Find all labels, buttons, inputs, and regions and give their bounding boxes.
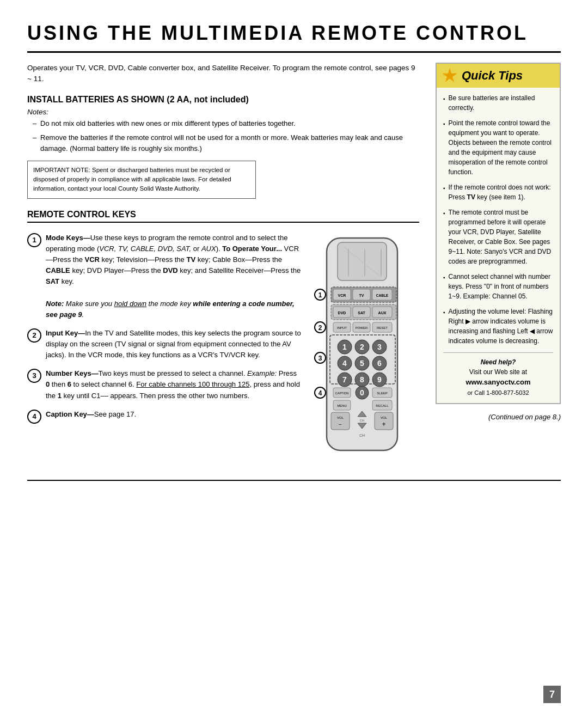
tip-bullet: ▪ (443, 184, 445, 192)
key-item-3: 3 Number Keys—Two keys must be pressed t… (27, 368, 302, 401)
svg-text:0: 0 (360, 388, 364, 397)
svg-text:SLEEP: SLEEP (377, 392, 387, 395)
tip-item-1: ▪ Be sure batteries are installed correc… (443, 93, 553, 113)
tip-bullet: ▪ (443, 308, 445, 316)
key-number-1: 1 (27, 233, 41, 247)
phone-number: or Call 1-800-877-5032 (467, 389, 529, 396)
svg-text:AUX: AUX (378, 311, 387, 315)
quick-tips-body: ▪ Be sure batteries are installed correc… (437, 88, 560, 403)
note-item: Remove the batteries if the remote contr… (33, 132, 419, 154)
key-number-2: 2 (27, 328, 41, 343)
svg-text:+: + (382, 420, 385, 428)
tip-item-3: ▪ If the remote control does not work: P… (443, 182, 553, 202)
notes-list: Do not mix old batteries with new ones o… (33, 118, 419, 154)
key-text-3: Number Keys—Two keys must be pressed to … (46, 368, 302, 401)
tip-item-5: ▪ Cannot select channel with number keys… (443, 272, 553, 301)
svg-text:2: 2 (318, 324, 322, 332)
tip-item-6: ▪ Adjusting the volume level: Flashing R… (443, 307, 553, 346)
svg-text:CAPTION: CAPTION (335, 392, 348, 395)
svg-text:SAT: SAT (358, 311, 365, 315)
svg-text:1: 1 (318, 291, 322, 299)
remote-diagram: VCR TV CABLE DVD SAT A (310, 233, 419, 469)
tip-bullet: ▪ (443, 209, 445, 217)
remote-keys-heading: REMOTE CONTROL KEYS (27, 210, 419, 223)
svg-text:9: 9 (377, 375, 382, 384)
quick-tips-header: Quick Tips (437, 64, 560, 88)
key-item-1: 1 Mode Keys—Use these keys to program th… (27, 233, 302, 320)
svg-text:4: 4 (318, 389, 322, 397)
install-section: INSTALL BATTERIES AS SHOWN (2 AA, not in… (27, 95, 419, 199)
svg-text:POWER: POWER (356, 326, 368, 329)
need-help-label: Need help? (481, 358, 516, 366)
key-text-2: Input Key—In the TV and Satellite modes,… (46, 328, 302, 361)
tip-bullet: ▪ (443, 120, 445, 128)
key-text-4: Caption Key—See page 17. (46, 409, 302, 420)
svg-text:VCR: VCR (338, 294, 346, 297)
svg-text:RECALL: RECALL (376, 404, 389, 407)
svg-text:INPUT: INPUT (337, 326, 347, 329)
visit-label: Visit our Web site at (469, 368, 527, 376)
svg-text:5: 5 (360, 359, 364, 368)
star-icon (442, 68, 457, 83)
svg-text:2: 2 (360, 343, 364, 351)
intro-text: Operates your TV, VCR, DVD, Cable conver… (27, 63, 419, 85)
tip-bullet: ▪ (443, 273, 445, 282)
key-text-1: Mode Keys—Use these keys to program the … (46, 233, 302, 320)
svg-text:DVD: DVD (338, 311, 346, 315)
remote-keys-section: REMOTE CONTROL KEYS 1 Mode Keys—Use thes… (27, 210, 419, 469)
svg-text:VOL: VOL (381, 416, 388, 419)
tip-item-4: ▪ The remote control must be programmed … (443, 208, 553, 266)
quick-tips-title: Quick Tips (462, 69, 523, 83)
notes-label: Notes: (27, 108, 419, 116)
tip-text: Point the remote control toward the equi… (449, 118, 553, 177)
need-help-section: Need help? Visit our Web site at www.san… (443, 352, 553, 398)
page-title: USING THE MULTIMEDIA REMOTE CONTROL (27, 22, 561, 53)
key-descriptions: 1 Mode Keys—Use these keys to program th… (27, 233, 302, 469)
key-number-4: 4 (27, 410, 41, 424)
svg-text:3: 3 (377, 343, 382, 351)
svg-text:1: 1 (342, 343, 347, 351)
tip-item-2: ▪ Point the remote control toward the eq… (443, 118, 553, 177)
website-url: www.sanyoctv.com (465, 378, 530, 386)
key-number-3: 3 (27, 369, 41, 383)
quick-tips-box: Quick Tips ▪ Be sure batteries are insta… (436, 63, 561, 404)
tip-bullet: ▪ (443, 95, 445, 103)
svg-text:4: 4 (342, 359, 347, 368)
svg-text:TV: TV (359, 294, 364, 297)
svg-text:6: 6 (377, 359, 382, 368)
continued-text: (Continued on page 8.) (436, 413, 561, 421)
svg-text:7: 7 (342, 375, 347, 384)
key-item-2: 2 Input Key—In the TV and Satellite mode… (27, 328, 302, 361)
important-box: IMPORTANT NOTE: Spent or discharged batt… (27, 161, 256, 199)
svg-text:MENU: MENU (337, 404, 347, 407)
page-number: 7 (543, 686, 561, 703)
tip-text: The remote control must be programmed be… (449, 208, 553, 266)
svg-text:3: 3 (318, 355, 322, 362)
svg-text:VOL: VOL (337, 416, 344, 419)
svg-text:RESET: RESET (377, 326, 388, 329)
key-item-4: 4 Caption Key—See page 17. (27, 409, 302, 424)
svg-text:8: 8 (360, 375, 364, 384)
note-item: Do not mix old batteries with new ones o… (33, 118, 419, 129)
tip-text: Adjusting the volume level: Flashing Rig… (449, 307, 553, 346)
svg-text:CH: CH (360, 419, 365, 422)
tip-text: Be sure batteries are installed correctl… (449, 93, 553, 113)
svg-text:CABLE: CABLE (376, 294, 389, 297)
svg-text:CH: CH (359, 434, 365, 437)
svg-text:−: − (339, 422, 342, 428)
tip-text: Cannot select channel with number keys. … (449, 272, 553, 301)
bottom-rule (27, 480, 561, 481)
tip-text: If the remote control does not work: Pre… (449, 182, 553, 202)
install-heading: INSTALL BATTERIES AS SHOWN (2 AA, not in… (27, 95, 419, 105)
remote-svg: VCR TV CABLE DVD SAT A (310, 233, 416, 467)
right-column: Quick Tips ▪ Be sure batteries are insta… (436, 63, 561, 469)
